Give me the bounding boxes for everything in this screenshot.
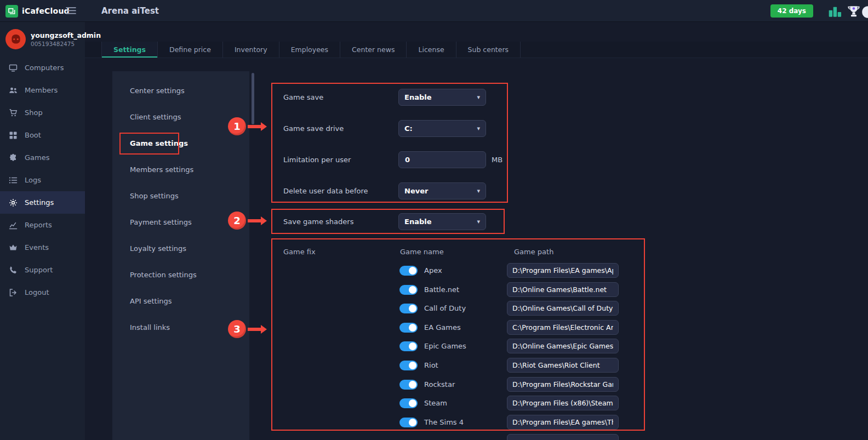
limitation-per-user-input[interactable] [398, 151, 486, 168]
game-fix-row: Battle.net [399, 282, 619, 297]
sidebar-item-reports[interactable]: Reports [0, 214, 85, 236]
tab-sub-centers[interactable]: Sub centers [456, 42, 521, 58]
tab-label: Sub centers [468, 45, 509, 54]
game-path-input[interactable] [507, 301, 619, 316]
sidebar-item-boot[interactable]: Boot [0, 124, 85, 146]
shop-cart-icon [9, 108, 18, 117]
reports-chart-icon [9, 221, 18, 230]
nav-scrollbar[interactable] [252, 73, 254, 124]
game-save-drive-select-value: C: [404, 124, 413, 133]
nav-item-label: Protection settings [130, 271, 197, 279]
nav-item-protection-settings[interactable]: Protection settings [112, 261, 249, 288]
tab-center-news[interactable]: Center news [340, 42, 407, 58]
sidebar-item-label: Settings [25, 198, 54, 207]
delete-user-data-select[interactable]: Never ▾ [398, 182, 486, 199]
limitation-unit-label: MB [492, 151, 502, 168]
game-fix-row: Steam [399, 396, 619, 410]
nav-item-label: Center settings [130, 87, 185, 95]
game-path-input[interactable] [507, 263, 619, 278]
tab-label: Settings [113, 45, 146, 54]
game-fix-row: The Sims 4 [399, 415, 619, 430]
nav-item-game-settings[interactable]: Game settings [112, 130, 249, 156]
cut-off-icon[interactable] [861, 5, 868, 16]
game-name: Epic Games [424, 342, 466, 350]
tab-label: Inventory [235, 45, 267, 54]
tab-employees[interactable]: Employees [279, 42, 340, 58]
nav-item-api-settings[interactable]: API settings [112, 288, 249, 314]
support-phone-icon [9, 266, 18, 275]
nav-item-label: Payment settings [130, 218, 192, 226]
tab-label: License [418, 45, 444, 54]
chevron-down-icon: ▾ [477, 219, 480, 225]
sidebar-item-label: Computers [25, 64, 64, 72]
game-toggle-riot[interactable] [399, 361, 418, 370]
sidebar-item-settings[interactable]: Settings [0, 191, 85, 214]
game-toggle-steam[interactable] [399, 398, 418, 408]
chevron-down-icon: ▾ [477, 94, 480, 100]
tab-label: Employees [291, 45, 328, 54]
logout-icon [9, 288, 18, 297]
game-toggle-apex[interactable] [399, 266, 418, 276]
game-path-input[interactable] [507, 282, 619, 297]
game-save-drive-select[interactable]: C: ▾ [398, 120, 486, 137]
save-game-shaders-select[interactable]: Enable ▾ [398, 213, 486, 230]
game-name-column-header: Game name [400, 248, 444, 256]
game-path-input[interactable] [507, 396, 619, 410]
game-path-input[interactable] [507, 415, 619, 430]
brand[interactable]: iCafeCloud [5, 0, 70, 22]
nav-item-members-settings[interactable]: Members settings [112, 156, 249, 182]
game-toggle-epic-games[interactable] [399, 341, 418, 351]
delete-user-data-select-value: Never [404, 187, 428, 195]
menu-toggle-icon[interactable] [66, 7, 76, 15]
nav-item-loyalty-settings[interactable]: Loyalty settings [112, 235, 249, 261]
game-save-select[interactable]: Enable ▾ [398, 89, 486, 106]
game-toggle-call-of-duty[interactable] [399, 304, 418, 313]
sidebar-menu: Computers Members Shop Boot Games Logs [0, 56, 85, 304]
tab-inventory[interactable]: Inventory [223, 42, 279, 58]
sidebar-item-events[interactable]: Events [0, 236, 85, 259]
sidebar-item-label: Members [25, 86, 58, 94]
sidebar-item-label: Games [25, 153, 49, 162]
game-toggle-rockstar[interactable] [399, 380, 418, 390]
annotation-arrow-2 [248, 219, 261, 222]
logo-icon [5, 5, 18, 18]
game-toggle-battlenet[interactable] [399, 285, 418, 295]
license-days-badge[interactable]: 42 days [770, 4, 813, 18]
game-path-input[interactable] [507, 358, 619, 373]
nav-item-center-settings[interactable]: Center settings [112, 77, 249, 104]
game-toggle-ea-games[interactable] [399, 323, 418, 333]
sidebar-item-logs[interactable]: Logs [0, 169, 85, 191]
game-name: EA Games [424, 323, 461, 332]
trophy-icon[interactable] [847, 5, 860, 16]
game-path-input[interactable] [507, 339, 619, 353]
game-path-input[interactable] [507, 377, 619, 392]
sidebar-item-shop[interactable]: Shop [0, 101, 85, 124]
ranking-icon[interactable] [829, 5, 842, 16]
sidebar-item-support[interactable]: Support [0, 259, 85, 281]
game-fix-row: Apex [399, 263, 619, 278]
game-name: Rockstar [424, 380, 455, 388]
games-puzzle-icon [9, 153, 18, 162]
tab-license[interactable]: License [407, 42, 456, 58]
game-path-input[interactable] [507, 320, 619, 335]
annotation-circle-1: 1 [228, 117, 246, 135]
user-name: youngzsoft_admin [31, 31, 101, 41]
sidebar-item-games[interactable]: Games [0, 146, 85, 169]
sidebar-item-logout[interactable]: Logout [0, 281, 85, 304]
sidebar-item-members[interactable]: Members [0, 79, 85, 101]
game-save-drive-label: Game save drive [283, 120, 344, 137]
avatar [5, 29, 26, 49]
tab-define-price[interactable]: Define price [158, 42, 223, 58]
chevron-down-icon: ▾ [477, 125, 480, 132]
tab-settings[interactable]: Settings [101, 42, 158, 58]
sidebar-item-label: Logs [25, 176, 41, 184]
game-save-select-value: Enable [404, 93, 432, 101]
game-path-input-partial[interactable] [507, 434, 619, 440]
user-profile[interactable]: youngzsoft_admin 005193482475 [0, 22, 85, 56]
nav-item-shop-settings[interactable]: Shop settings [112, 182, 249, 209]
limitation-per-user-label: Limitation per user [283, 151, 351, 168]
game-toggle-the-sims-4[interactable] [399, 418, 418, 427]
sidebar-item-computers[interactable]: Computers [0, 56, 85, 79]
annotation-circle-3: 3 [228, 320, 246, 338]
game-name: Steam [424, 399, 447, 407]
